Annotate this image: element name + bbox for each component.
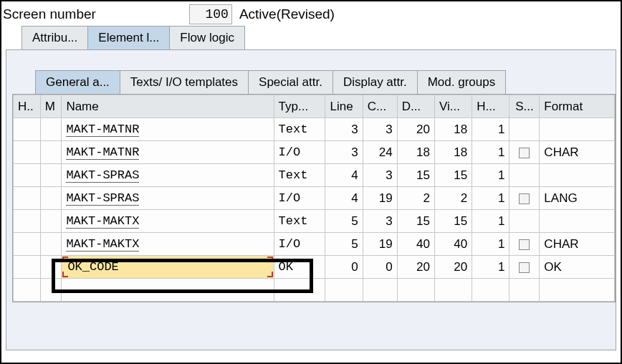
table-row-editing[interactable]: OK0020201 OK	[14, 256, 615, 279]
cell-line: 3	[325, 118, 363, 141]
cell-name[interactable]: MAKT-MATNR	[62, 141, 274, 164]
cell-height: 1	[472, 233, 509, 256]
cell-line: 5	[325, 210, 363, 233]
cell-deflen: 20	[397, 256, 434, 279]
cell-format	[540, 164, 615, 187]
screen-status: Active(Revised)	[239, 6, 335, 22]
table-row-empty[interactable]	[14, 279, 615, 302]
checkbox-icon[interactable]	[519, 193, 530, 204]
cell-name[interactable]: MAKT-MAKTX	[62, 233, 274, 256]
checkbox-icon[interactable]	[519, 239, 530, 250]
col-h[interactable]: H..	[14, 95, 41, 118]
tab-texts-io[interactable]: Texts/ I/O templates	[120, 70, 249, 94]
cell-type: OK	[274, 256, 325, 279]
cell-name[interactable]: MAKT-MAKTX	[62, 210, 274, 233]
cell-line: 3	[325, 141, 363, 164]
cell-col: 19	[363, 233, 397, 256]
cell-vislen: 15	[434, 210, 472, 233]
col-name[interactable]: Name	[62, 95, 274, 118]
tab-element-list[interactable]: Element l...	[87, 26, 170, 49]
table-row[interactable]: MAKT-MAKTXI/O51940401CHAR	[14, 233, 615, 256]
cell-scroll	[509, 164, 540, 187]
cell-col: 0	[363, 256, 397, 279]
cell-type: I/O	[274, 187, 325, 210]
cell-scroll[interactable]	[509, 187, 540, 210]
cell-name[interactable]: MAKT-SPRAS	[62, 187, 274, 210]
cell-type: Text	[274, 164, 325, 187]
cell-height: 1	[472, 118, 509, 141]
cell-name-edit[interactable]	[62, 256, 274, 279]
cell-vislen: 18	[434, 141, 472, 164]
tab-general[interactable]: General a...	[35, 70, 120, 94]
cell-format: CHAR	[540, 141, 615, 164]
cell-format: LANG	[540, 187, 615, 210]
cell-scroll	[509, 118, 540, 141]
cell-deflen: 2	[397, 187, 434, 210]
cell-col: 3	[363, 164, 397, 187]
tab-display-attr[interactable]: Display attr.	[332, 70, 418, 94]
cell-col: 24	[363, 141, 397, 164]
cell-format	[540, 210, 615, 233]
cell-vislen: 18	[434, 118, 472, 141]
table-row[interactable]: MAKT-SPRASText4315151	[14, 164, 615, 187]
element-table: H.. M Name Typ... Line C... D... Vi... H…	[13, 95, 615, 302]
col-s[interactable]: S...	[509, 95, 540, 118]
inner-tabs: General a... Texts/ I/O templates Specia…	[35, 70, 616, 94]
checkbox-icon[interactable]	[519, 148, 530, 158]
cell-deflen: 18	[397, 141, 434, 164]
cell-type: I/O	[274, 141, 325, 164]
cell-format	[540, 118, 615, 141]
cell-format: CHAR	[540, 233, 615, 256]
cell-type: Text	[274, 118, 325, 141]
cell-format: OK	[540, 256, 615, 279]
cell-line: 4	[325, 164, 363, 187]
cell-height: 1	[472, 164, 509, 187]
cell-line: 5	[325, 233, 363, 256]
cell-scroll[interactable]	[509, 233, 540, 256]
col-format[interactable]: Format	[540, 95, 615, 118]
cell-scroll[interactable]	[509, 256, 540, 279]
cell-vislen: 15	[434, 164, 472, 187]
tab-flow-logic[interactable]: Flow logic	[169, 26, 245, 49]
outer-tabs: Attribu... Element l... Flow logic	[21, 26, 621, 49]
col-vi[interactable]: Vi...	[434, 95, 472, 118]
cell-vislen: 2	[434, 187, 472, 210]
table-row[interactable]: MAKT-SPRASI/O419221LANG	[14, 187, 615, 210]
name-input[interactable]	[66, 259, 269, 274]
col-d[interactable]: D...	[397, 95, 434, 118]
cell-col: 19	[363, 187, 397, 210]
cell-vislen: 20	[434, 256, 472, 279]
cell-type: Text	[274, 210, 325, 233]
checkbox-icon[interactable]	[519, 262, 530, 273]
cell-type: I/O	[274, 233, 325, 256]
cell-height: 1	[472, 210, 509, 233]
cell-height: 1	[472, 187, 509, 210]
cell-scroll[interactable]	[509, 141, 540, 164]
tab-mod-groups[interactable]: Mod. groups	[417, 70, 507, 94]
tab-attributes[interactable]: Attribu...	[21, 26, 88, 49]
tab-special-attr[interactable]: Special attr.	[248, 70, 333, 94]
cell-col: 3	[363, 210, 397, 233]
col-hh[interactable]: H...	[472, 95, 509, 118]
cell-height: 1	[472, 256, 509, 279]
cell-line: 4	[325, 187, 363, 210]
screen-number-input[interactable]	[189, 4, 232, 24]
col-line[interactable]: Line	[325, 95, 363, 118]
cell-name[interactable]: MAKT-MATNR	[62, 118, 274, 141]
col-m[interactable]: M	[40, 95, 62, 118]
cell-deflen: 20	[397, 118, 434, 141]
cell-height: 1	[472, 141, 509, 164]
col-c[interactable]: C...	[363, 95, 397, 118]
table-row[interactable]: MAKT-MATNRText3320181	[14, 118, 615, 141]
cell-vislen: 40	[434, 233, 472, 256]
screen-number-label: Screen number	[3, 6, 96, 22]
table-row[interactable]: MAKT-MAKTXText5315151	[14, 210, 615, 233]
cell-line: 0	[325, 256, 363, 279]
cell-deflen: 15	[397, 164, 434, 187]
cell-deflen: 15	[397, 210, 434, 233]
cell-scroll	[509, 210, 540, 233]
cell-col: 3	[363, 118, 397, 141]
col-type[interactable]: Typ...	[274, 95, 325, 118]
cell-name[interactable]: MAKT-SPRAS	[62, 164, 274, 187]
table-row[interactable]: MAKT-MATNRI/O32418181CHAR	[14, 141, 615, 164]
